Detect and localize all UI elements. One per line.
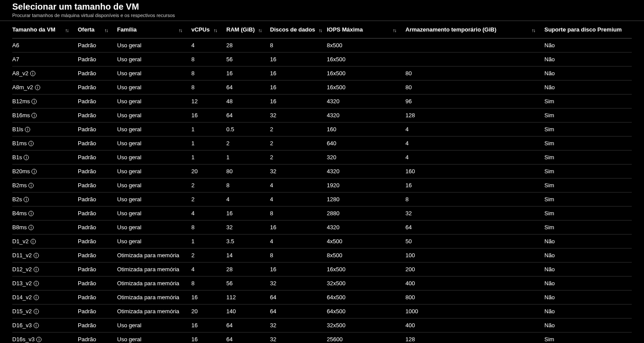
info-icon[interactable] — [28, 225, 34, 230]
info-icon[interactable] — [31, 113, 37, 118]
info-icon[interactable] — [34, 253, 39, 258]
info-icon[interactable] — [25, 127, 30, 132]
cell-disks-value: 16 — [270, 266, 276, 273]
table-row[interactable]: A7PadrãoUso geral8561616x500Não — [12, 52, 632, 66]
cell-family: Otimizada para memória — [117, 266, 191, 273]
cell-offer-value: Padrão — [78, 126, 96, 133]
cell-disks: 16 — [270, 224, 327, 231]
cell-temp-value: 50 — [405, 238, 412, 245]
cell-temp: 200 — [405, 266, 544, 273]
cell-vcpu: 8 — [191, 70, 226, 77]
table-row[interactable]: B16msPadrãoUso geral1664324320128Sim — [12, 108, 632, 122]
cell-temp: 100 — [405, 252, 544, 259]
info-icon[interactable] — [30, 71, 35, 76]
cell-size-value: D1_v2 — [12, 238, 29, 245]
cell-size: A8_v2 — [12, 70, 78, 77]
cell-disks-value: 2 — [270, 126, 273, 133]
col-header-iops[interactable]: IOPS Máxima↑↓ — [327, 26, 405, 33]
cell-disks-value: 16 — [270, 70, 276, 77]
table-row[interactable]: B2sPadrãoUso geral24412808Sim — [12, 192, 632, 206]
info-icon[interactable] — [36, 337, 42, 342]
table-row[interactable]: D11_v2PadrãoOtimizada para memória21488x… — [12, 248, 632, 262]
info-icon[interactable] — [28, 211, 34, 216]
cell-vcpu: 20 — [191, 308, 226, 315]
info-icon[interactable] — [34, 323, 39, 328]
col-header-size[interactable]: Tamanho da VM↑↓ — [12, 26, 78, 33]
info-icon[interactable] — [31, 239, 36, 244]
cell-premium-value: Sim — [544, 182, 554, 189]
table-row[interactable]: A6PadrãoUso geral42888x500Não — [12, 38, 632, 52]
col-header-vcpu[interactable]: vCPUs↑↓ — [191, 26, 226, 33]
info-icon[interactable] — [28, 183, 34, 188]
cell-iops: 32x500 — [327, 322, 405, 329]
col-header-disks[interactable]: Discos de dados↑↓ — [270, 26, 327, 33]
cell-offer-value: Padrão — [78, 224, 96, 231]
info-icon[interactable] — [31, 99, 37, 104]
cell-ram-value: 28 — [226, 266, 232, 273]
cell-ram: 64 — [226, 112, 270, 119]
table-row[interactable]: D16_v3PadrãoUso geral16643232x500400Não — [12, 318, 632, 332]
info-icon[interactable] — [24, 197, 29, 202]
cell-vcpu-value: 16 — [191, 294, 197, 301]
cell-ram-value: 0.5 — [226, 126, 234, 133]
table-row[interactable]: D15_v2PadrãoOtimizada para memória201406… — [12, 304, 632, 318]
col-header-ram[interactable]: RAM (GiB)↑↓ — [226, 26, 270, 33]
table-row[interactable]: D12_v2PadrãoOtimizada para memória428161… — [12, 262, 632, 276]
table-row[interactable]: A8_v2PadrãoUso geral8161616x50080Não — [12, 66, 632, 80]
table-row[interactable]: B20msPadrãoUso geral2080324320160Sim — [12, 164, 632, 178]
cell-family: Uso geral — [117, 224, 191, 231]
cell-iops-value: 4x500 — [327, 238, 342, 245]
cell-disks-value: 8 — [270, 252, 273, 259]
table-row[interactable]: D1_v2PadrãoUso geral13.544x50050Não — [12, 234, 632, 248]
info-icon[interactable] — [28, 141, 34, 146]
col-header-premium[interactable]: Suporte para disco Premium — [544, 26, 632, 33]
table-row[interactable]: D16s_v3PadrãoUso geral16643225600128Sim — [12, 332, 632, 343]
table-row[interactable]: D13_v2PadrãoOtimizada para memória856323… — [12, 276, 632, 290]
info-icon[interactable] — [34, 295, 39, 300]
cell-vcpu: 8 — [191, 280, 226, 287]
info-icon[interactable] — [24, 155, 29, 160]
info-icon[interactable] — [35, 85, 40, 90]
cell-disks-value: 4 — [270, 238, 273, 245]
cell-disks: 64 — [270, 294, 327, 301]
table-row[interactable]: B1lsPadrãoUso geral10.521604Sim — [12, 122, 632, 136]
cell-temp-value: 160 — [405, 168, 415, 175]
cell-iops-value: 25600 — [327, 336, 343, 343]
cell-offer-value: Padrão — [78, 322, 96, 329]
col-header-offer[interactable]: Oferta↑↓ — [78, 26, 117, 33]
cell-premium-value: Sim — [544, 140, 554, 147]
cell-family-value: Otimizada para memória — [117, 294, 179, 301]
cell-family-value: Uso geral — [117, 42, 142, 49]
col-header-iops-label: IOPS Máxima — [327, 26, 363, 33]
col-header-temp[interactable]: Armazenamento temporário (GiB)↑↓ — [405, 26, 544, 33]
cell-size-value: A7 — [12, 56, 19, 63]
cell-iops: 320 — [327, 154, 405, 161]
info-icon[interactable] — [34, 267, 39, 272]
col-header-size-label: Tamanho da VM — [12, 26, 55, 33]
cell-vcpu-value: 4 — [191, 266, 194, 273]
cell-iops-value: 4320 — [327, 98, 339, 105]
cell-size-value: B4ms — [12, 210, 27, 217]
cell-disks-value: 16 — [270, 98, 276, 105]
col-header-family[interactable]: Família↑↓ — [117, 26, 191, 33]
cell-temp-value: 96 — [405, 98, 412, 105]
info-icon[interactable] — [34, 281, 39, 286]
cell-family-value: Otimizada para memória — [117, 308, 179, 315]
cell-iops-value: 16x500 — [327, 70, 346, 77]
cell-size: D12_v2 — [12, 266, 78, 273]
table-row[interactable]: A8m_v2PadrãoUso geral8641616x50080Não — [12, 80, 632, 94]
cell-offer: Padrão — [78, 210, 117, 217]
table-row[interactable]: B4msPadrãoUso geral4168288032Sim — [12, 206, 632, 220]
table-row[interactable]: B2msPadrãoUso geral284192016Sim — [12, 178, 632, 192]
table-row[interactable]: B1sPadrãoUso geral1123204Sim — [12, 150, 632, 164]
cell-iops: 4320 — [327, 224, 405, 231]
cell-temp-value: 4 — [405, 140, 409, 147]
table-row[interactable]: B1msPadrãoUso geral1226404Sim — [12, 136, 632, 150]
table-row[interactable]: D14_v2PadrãoOtimizada para memória161126… — [12, 290, 632, 304]
table-row[interactable]: B12msPadrãoUso geral124816432096Sim — [12, 94, 632, 108]
cell-vcpu-value: 8 — [191, 224, 194, 231]
info-icon[interactable] — [34, 309, 39, 314]
cell-offer: Padrão — [78, 294, 117, 301]
table-row[interactable]: B8msPadrãoUso geral83216432064Sim — [12, 220, 632, 234]
info-icon[interactable] — [31, 169, 37, 174]
